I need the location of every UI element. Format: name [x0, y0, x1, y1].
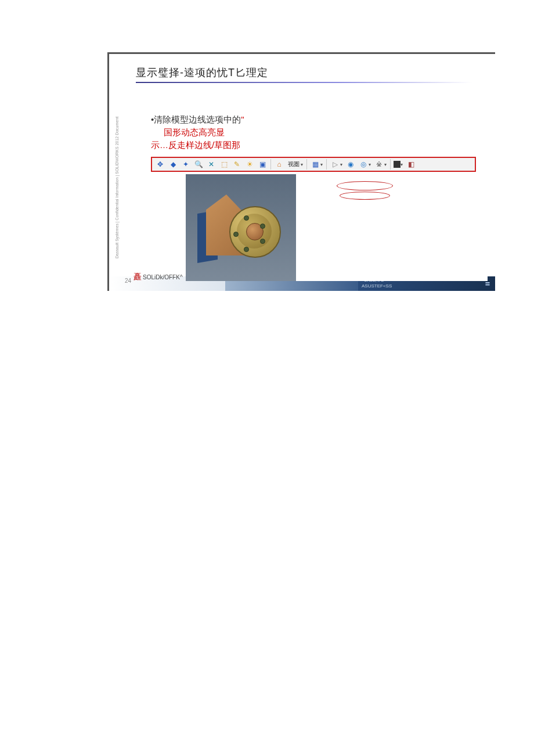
bracket-assembly-model[interactable]	[197, 189, 276, 264]
appearance-icon[interactable]: ☀	[244, 159, 255, 170]
cad-viewport[interactable]	[186, 174, 488, 281]
document-page: 显示璧择-逵项的忧T匕理定 OASS; IFB ASUSTEF<SS 〓 Das…	[0, 0, 534, 756]
cad-toolbar: ✥ ◆ ✦ 🔍 ✕ ⬚ ✎ ☀ ▣ ⌂ 视圏 ▾ ▦ ▾ ▷ ▾ ◉ ◎ ▾ ※…	[151, 157, 476, 172]
footer-corner-icon: 〓	[485, 280, 490, 288]
bolt-hole	[260, 224, 265, 229]
toolbar-separator	[390, 159, 391, 170]
home-icon[interactable]: ⌂	[274, 159, 284, 170]
render-icon[interactable]: ◎	[358, 159, 369, 170]
logo-char: 矗	[134, 272, 142, 282]
bullet-quote-mark: "	[241, 114, 244, 124]
bullet-text-block: •清除模型边线选项中的" 国形动态高亮显 示…反走样边线/草图那	[151, 113, 244, 151]
title-underline	[136, 82, 472, 83]
footer-text-line2: ASUSTEF<SS	[362, 283, 392, 289]
measure-icon[interactable]: ✎	[232, 159, 242, 170]
annotation-ellipses	[337, 181, 393, 201]
color-swatch-icon[interactable]	[394, 161, 400, 168]
move-icon[interactable]: ✦	[181, 159, 191, 170]
dropdown-icon[interactable]: ▾	[384, 162, 387, 167]
toolbar-separator	[306, 159, 307, 170]
annotation-ellipse	[340, 192, 390, 200]
dropdown-icon[interactable]: ▾	[320, 162, 323, 167]
bolt-hole	[244, 215, 249, 221]
copyright-text: Dassault Systèmes | Confidential Informa…	[115, 107, 119, 258]
page-number: 24	[125, 278, 131, 284]
zoom-window-icon[interactable]: ◆	[168, 159, 178, 170]
annotation-ellipse	[337, 181, 393, 190]
rotate-icon[interactable]: ✕	[206, 159, 217, 170]
dropdown-icon[interactable]: ▾	[340, 162, 342, 167]
shaded-icon[interactable]: ◉	[345, 159, 356, 170]
bullet-line-2: 国形动态高亮显	[151, 126, 244, 139]
model-background	[186, 174, 296, 281]
display-style-icon[interactable]: ▦	[310, 159, 320, 170]
dropdown-icon[interactable]: ▾	[369, 162, 371, 167]
view-label[interactable]: 视圏	[288, 160, 300, 168]
logo-text: SOLiDk/OFFK^	[143, 274, 183, 280]
perspective-icon[interactable]: ▷	[330, 159, 340, 170]
slide-title: 显示璧择-逵项的忧T匕理定	[136, 66, 472, 80]
bolt-hole	[244, 247, 249, 252]
bullet-text-1a: •清除模型边线选项中的	[151, 114, 241, 124]
bullet-line-1: •清除模型边线选项中的"	[151, 113, 244, 126]
slide-title-area: 显示璧择-逵项的忧T匕理定	[109, 54, 495, 87]
pan-icon[interactable]: ✥	[155, 159, 165, 170]
footer-logo: 矗 SOLiDk/OFFK^	[134, 272, 183, 282]
zoom-fit-icon[interactable]: ⬚	[219, 159, 229, 170]
view-dropdown-icon[interactable]: ▾	[301, 162, 303, 167]
wireframe-icon[interactable]: ※	[374, 159, 384, 170]
bolt-hole	[233, 232, 239, 237]
vertical-copyright: Dassault Systèmes | Confidential Informa…	[115, 107, 122, 276]
dropdown-icon[interactable]: ▾	[400, 162, 403, 167]
bolt-hole	[260, 239, 265, 244]
section-icon[interactable]: ▣	[257, 159, 268, 170]
zoom-icon[interactable]: 🔍	[193, 159, 204, 170]
toolbar-separator	[326, 159, 327, 170]
hide-show-icon[interactable]: ◧	[406, 159, 416, 170]
bullet-line-3: 示…反走样边线/草图那	[151, 139, 244, 152]
toolbar-separator	[270, 159, 271, 170]
